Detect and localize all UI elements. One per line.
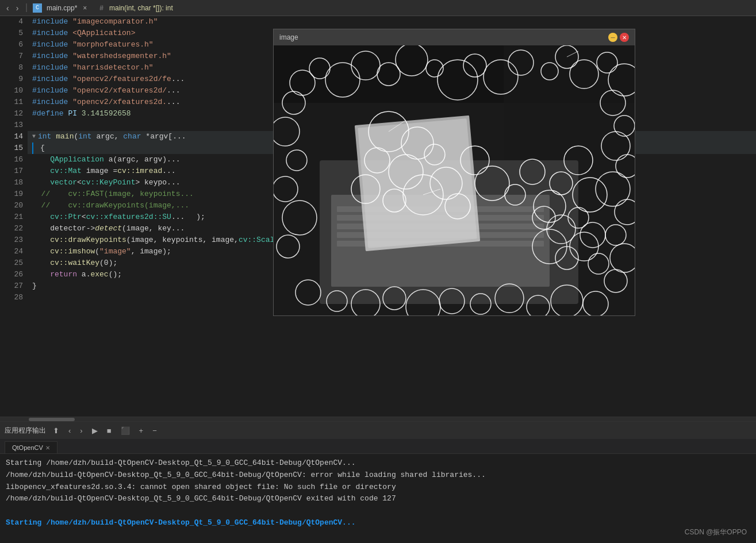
- line-num-26: 26: [0, 269, 23, 280]
- editor-area: 4 5 6 7 8 9 10 11 12 13 14 15 16 17 18 1…: [0, 16, 756, 417]
- output-content: Starting /home/dzh/build-QtOpenCV-Deskto…: [0, 454, 756, 543]
- output-line-2: /home/dzh/build-QtOpenCV-Desktop_Qt_5_9_…: [6, 469, 750, 482]
- line-num-21: 21: [0, 211, 23, 223]
- forward-button[interactable]: ›: [14, 3, 21, 13]
- line-num-9: 9: [0, 74, 23, 85]
- svg-rect-9: [504, 45, 635, 160]
- line-num-7: 7: [0, 51, 23, 62]
- output-toolbar: 应用程序输出 ⬆ ‹ › ▶ ■ ⬛ + −: [0, 422, 756, 439]
- fold-arrow-14[interactable]: ▼: [32, 131, 36, 143]
- line-num-4: 4: [0, 16, 23, 28]
- line-num-14: 14: [0, 131, 23, 143]
- output-line-4: /home/dzh/build-QtOpenCV-Desktop_Qt_5_9_…: [6, 493, 750, 505]
- output-line-6: Starting /home/dzh/build-QtOpenCV-Deskto…: [6, 517, 750, 529]
- line-num-16: 16: [0, 154, 23, 165]
- line-num-20: 20: [0, 200, 23, 211]
- function-sig: main(int, char *[]): int: [109, 4, 173, 12]
- line-num-17: 17: [0, 165, 23, 177]
- line-num-22: 22: [0, 223, 23, 234]
- popup-controls: ─ ✕: [608, 33, 629, 42]
- popup-title: image: [279, 33, 298, 41]
- output-line-3: libopencv_xfeatures2d.so.3.4: cannot ope…: [6, 482, 750, 494]
- watermark: CSDN @振华OPPO: [685, 527, 747, 537]
- output-next-button[interactable]: ›: [78, 425, 85, 436]
- line-num-18: 18: [0, 177, 23, 188]
- output-line-5: [6, 505, 750, 517]
- line-num-12: 12: [0, 108, 23, 120]
- line-num-24: 24: [0, 246, 23, 257]
- output-panel: 应用程序输出 ⬆ ‹ › ▶ ■ ⬛ + − QtOpenCV ✕ Starti…: [0, 421, 756, 543]
- output-tabs: QtOpenCV ✕: [0, 439, 756, 454]
- editor-hscroll-thumb[interactable]: [29, 418, 75, 421]
- image-canvas: [274, 45, 635, 315]
- line-num-6: 6: [0, 39, 23, 51]
- output-add-button[interactable]: +: [137, 425, 146, 436]
- close-tab-button[interactable]: ×: [80, 4, 89, 12]
- code-line-4: #include "imagecomparator.h": [28, 16, 756, 28]
- popup-close-button[interactable]: ✕: [620, 33, 629, 42]
- image-popup-titlebar: image ─ ✕: [274, 29, 635, 45]
- line-num-8: 8: [0, 62, 23, 74]
- line-num-15: 15: [0, 143, 23, 154]
- line-num-25: 25: [0, 257, 23, 269]
- output-tab-label: QtOpenCV: [12, 444, 43, 451]
- output-tab-close[interactable]: ✕: [45, 445, 50, 451]
- output-run-button[interactable]: ▶: [90, 425, 100, 436]
- line-num-27: 27: [0, 280, 23, 292]
- output-tab-qtopenvc[interactable]: QtOpenCV ✕: [5, 441, 57, 453]
- image-popup[interactable]: image ─ ✕: [273, 29, 635, 316]
- popup-minimize-button[interactable]: ─: [608, 33, 617, 42]
- line-num-19: 19: [0, 188, 23, 200]
- output-clear-button[interactable]: ⬛: [118, 425, 132, 436]
- output-stop-button[interactable]: ■: [105, 425, 114, 436]
- output-line-1: Starting /home/dzh/build-QtOpenCV-Deskto…: [6, 457, 750, 469]
- back-button[interactable]: ‹: [5, 3, 11, 13]
- editor-hscroll[interactable]: [0, 417, 756, 421]
- output-prev-button[interactable]: ‹: [66, 425, 73, 436]
- line-num-10: 10: [0, 85, 23, 97]
- line-num-11: 11: [0, 97, 23, 108]
- title-hash: #: [99, 4, 103, 12]
- line-numbers: 4 5 6 7 8 9 10 11 12 13 14 15 16 17 18 1…: [0, 16, 28, 417]
- output-remove-button[interactable]: −: [150, 425, 159, 436]
- line-num-28: 28: [0, 292, 23, 303]
- file-icon: C: [33, 3, 42, 13]
- output-upload-button[interactable]: ⬆: [51, 425, 62, 436]
- line-num-5: 5: [0, 28, 23, 39]
- line-num-23: 23: [0, 234, 23, 246]
- title-filename: main.cpp*: [47, 4, 77, 12]
- output-label: 应用程序输出: [5, 426, 46, 436]
- title-bar: ‹ › | C main.cpp* × # main(int, char *[]…: [0, 0, 756, 16]
- line-num-13: 13: [0, 120, 23, 131]
- svg-rect-11: [358, 118, 477, 248]
- title-sep: |: [24, 3, 29, 13]
